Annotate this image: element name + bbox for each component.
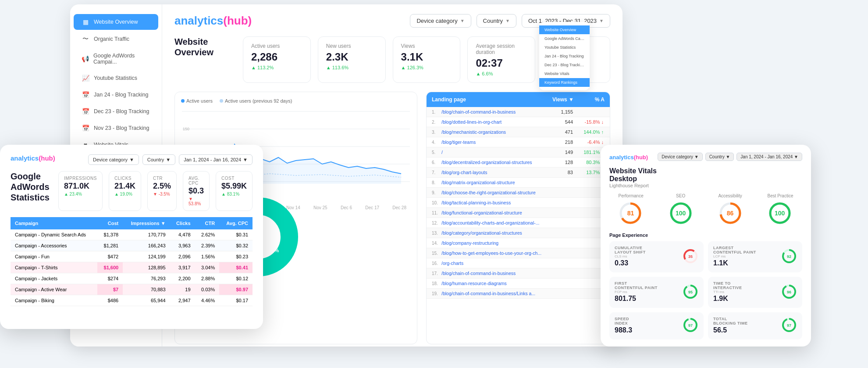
adwords-logo: analytics(hub) <box>11 154 55 162</box>
metric-label: Cost <box>221 176 247 181</box>
country-filter-btn[interactable]: Country ▼ <box>477 14 516 28</box>
table-row: 17./blog/chain-of-command-in-business <box>427 268 610 279</box>
mini-sidebar-item[interactable]: Google AdWords Campa... <box>539 34 590 43</box>
stat-label: Views <box>401 43 452 49</box>
adwords-country-btn[interactable]: Country ▼ <box>142 154 175 165</box>
table-row: 7./blog/org-chart-layouts8313.7% ↑ <box>427 168 610 178</box>
table-row: Campaign - Jackets $274 76,293 2,200 2.8… <box>11 273 253 284</box>
vitals-device-btn[interactable]: Device category ▼ <box>658 153 702 161</box>
perf-item-best-practice: Best Practice 100 <box>768 193 793 225</box>
table-row: Campaign - Fun $472 124,199 2,096 1.56% … <box>11 251 253 262</box>
legend-active-users: Active users <box>181 98 213 104</box>
exp-card-tti: TIME TOINTERACTIVE TTI ms 1.9K 96 <box>708 277 802 308</box>
adwords-device-btn[interactable]: Device category ▼ <box>88 154 139 165</box>
grid-icon: ▦ <box>82 18 89 25</box>
sidebar-item-dec23[interactable]: 📅 Dec 23 - Blog Tracking <box>74 104 158 119</box>
perf-circle: 100 <box>768 201 792 225</box>
table-row: 2./blog/dotted-lines-in-org-chart544-15.… <box>427 117 610 127</box>
metric-change: ▼ -3.5% <box>153 192 171 197</box>
table-row: 16./org-charts <box>427 258 610 268</box>
sidebar-item-jan24[interactable]: 📅 Jan 24 - Blog Tracking <box>74 87 158 103</box>
vitals-subtitle: Lighthouse Report <box>609 183 802 188</box>
mini-sidebar-item[interactable]: Jan 24 - Blog Tracking <box>539 52 590 61</box>
col-campaign-header: Campaign <box>11 217 97 229</box>
sidebar-item-youtube[interactable]: 📈 Youtube Statistics <box>74 70 158 86</box>
svg-text:150: 150 <box>183 127 189 131</box>
caret-icon: ▼ <box>129 157 134 162</box>
calendar-icon-2: 📅 <box>82 108 89 115</box>
perf-circle: 100 <box>669 201 693 225</box>
adwords-date-btn[interactable]: Jan 1, 2024 - Jan 16, 2024 ▼ <box>179 154 253 165</box>
table-row: Campaign - Biking $486 65,944 2,947 4.46… <box>11 295 253 306</box>
perf-label: Performance <box>618 193 643 198</box>
stat-value: 3.1K <box>401 51 452 63</box>
perf-circle: 81 <box>618 201 643 225</box>
stat-change: ▲ 6.6% <box>476 71 527 76</box>
table-header: Landing page Views ▼ % A <box>427 92 610 107</box>
col-views-header: Views ▼ <box>548 96 574 103</box>
metrics-row: IMPRESSIONS 871.0K ▲ 23.4% Clicks 21.4K … <box>58 171 253 211</box>
vitals-logo: analytics(hub) <box>609 153 648 161</box>
col-clicks-header: Clicks <box>170 217 195 229</box>
svg-text:97: 97 <box>787 323 791 328</box>
table-row: 11./blog/functional-organizational-struc… <box>427 208 610 218</box>
axis-label: Nov 25 <box>313 205 327 210</box>
sidebar-item-google-adwords[interactable]: 📢 Google AdWords Campai... <box>74 48 158 69</box>
chart-legend: Active users Active users (previous 92 d… <box>181 98 411 104</box>
adwords-filters: Device category ▼ Country ▼ Jan 1, 2024 … <box>88 154 253 165</box>
vitals-date-btn[interactable]: Jan 1, 2024 - Jan 16, 2024 ▼ <box>736 153 802 161</box>
country-caret-icon: ▼ <box>505 18 510 23</box>
metric-impressions: IMPRESSIONS 871.0K ▲ 23.4% <box>58 171 103 211</box>
metric-label: IMPRESSIONS <box>64 176 97 181</box>
adwords-overlay: analytics(hub) Device category ▼ Country… <box>0 145 263 329</box>
stat-label: New users <box>326 43 377 49</box>
metric-ctr: CTR 2.5% ▼ -3.5% <box>147 171 177 211</box>
sidebar-item-website-overview[interactable]: ▦ Website Overview <box>74 14 158 30</box>
date-caret-icon: ▼ <box>599 18 604 23</box>
stat-value: 2,286 <box>251 51 302 63</box>
mini-sidebar-item[interactable]: Dec 23 - Blog Tracking <box>539 61 590 69</box>
logo-analytics: analytics <box>174 14 223 27</box>
logo-hub: (hub) <box>223 14 252 27</box>
sidebar-item-label: Google AdWords Campai... <box>93 53 150 65</box>
page-title-overview: WebsiteOverview <box>174 36 236 83</box>
metric-label: Avg. CPC <box>189 176 204 186</box>
svg-text:96: 96 <box>787 290 791 294</box>
perf-score: 100 <box>775 210 785 217</box>
perf-label: Accessibility <box>718 193 743 198</box>
metric-change: ▲ 23.4% <box>64 192 97 197</box>
stat-session-duration: Average session duration 02:37 ▲ 6.6% <box>467 36 535 83</box>
sidebar-item-organic-traffic[interactable]: 〜 Organic Traffic <box>74 31 158 47</box>
perf-circle: 86 <box>718 201 743 225</box>
mini-sidebar-item[interactable]: Website Overview <box>539 25 590 34</box>
vitals-country-btn[interactable]: Country ▼ <box>705 153 734 161</box>
device-filter-btn[interactable]: Device category ▼ <box>410 14 471 28</box>
metric-cost: Cost $5.99K ▲ 83.1% <box>216 171 253 211</box>
metric-value: 21.4K <box>114 182 135 191</box>
vitals-overlay: analytics(hub) Device category ▼ Country… <box>601 145 811 347</box>
exp-score-circle: 97 <box>781 317 797 335</box>
exp-score-circle: 92 <box>781 248 797 266</box>
device-filter-label: Device category <box>416 18 457 24</box>
mini-sidebar-item[interactable]: Website Vitals <box>539 69 590 78</box>
metric-change: ▲ 19.0% <box>114 192 135 197</box>
legend-prev-users: Active users (previous 92 days) <box>220 98 292 104</box>
sidebar-item-label: Dec 23 - Blog Tracking <box>94 108 149 114</box>
table-row: 10./blog/tactical-planning-in-business <box>427 198 610 208</box>
exp-score-circle: 97 <box>683 317 698 335</box>
sidebar-item-label: Nov 23 - Blog Tracking <box>94 125 149 131</box>
table-row: Campaign - Accessories $1,281 166,243 3,… <box>11 240 253 251</box>
mini-sidebar-item[interactable]: Keyword Rankings <box>539 78 590 87</box>
mini-sidebar-item[interactable]: Youtube Statistics <box>539 43 590 52</box>
metric-value: $0.3 <box>189 186 204 196</box>
vitals-logo-analytics: analytics <box>609 154 634 161</box>
table-row: 4./blog/tiger-teams218-6.4% ↓ <box>427 137 610 147</box>
device-caret-icon: ▼ <box>460 18 465 23</box>
stat-views: Views 3.1K ▲ 126.3% <box>393 36 461 83</box>
adwords-logo-analytics: analytics <box>11 154 39 162</box>
sidebar-item-nov23[interactable]: 📅 Nov 23 - Blog Tracking <box>74 120 158 136</box>
perf-score: 100 <box>676 210 686 217</box>
exp-card-tbt: TOTALBLOCKING TIME 56.5 97 <box>708 312 802 339</box>
adwords-table: Campaign Cost Impressions ▼ Clicks CTR A… <box>11 217 253 306</box>
adwords-title: Google AdWordsStatistics <box>11 171 50 203</box>
